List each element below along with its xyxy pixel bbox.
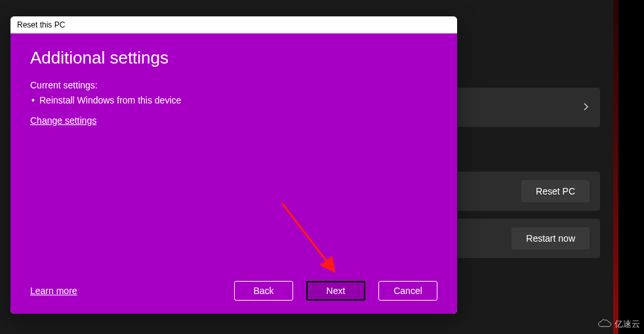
reset-pc-button[interactable]: Reset PC xyxy=(521,180,590,202)
dialog-titlebar: Reset this PC xyxy=(10,16,457,33)
dialog-body: Additional settings Current settings: Re… xyxy=(10,33,457,314)
reset-pc-dialog: Reset this PC Additional settings Curren… xyxy=(10,16,457,314)
dialog-footer: Learn more Back Next Cancel xyxy=(30,281,437,301)
cancel-button[interactable]: Cancel xyxy=(378,281,437,301)
restart-now-button[interactable]: Restart now xyxy=(512,227,590,250)
next-button[interactable]: Next xyxy=(306,281,365,301)
red-accent-strip xyxy=(613,0,618,334)
dialog-heading: Additional settings xyxy=(30,48,437,68)
settings-list-item: Reinstall Windows from this device xyxy=(30,93,437,109)
current-settings-label: Current settings: xyxy=(30,80,437,90)
watermark: 亿速云 xyxy=(597,318,640,330)
settings-list: Reinstall Windows from this device xyxy=(30,93,437,109)
dialog-title: Reset this PC xyxy=(17,20,65,29)
cloud-icon xyxy=(597,319,612,329)
chevron-right-icon xyxy=(583,102,590,113)
back-button[interactable]: Back xyxy=(234,281,293,301)
watermark-text: 亿速云 xyxy=(614,318,640,330)
change-settings-link[interactable]: Change settings xyxy=(30,115,96,126)
learn-more-link[interactable]: Learn more xyxy=(30,286,77,296)
